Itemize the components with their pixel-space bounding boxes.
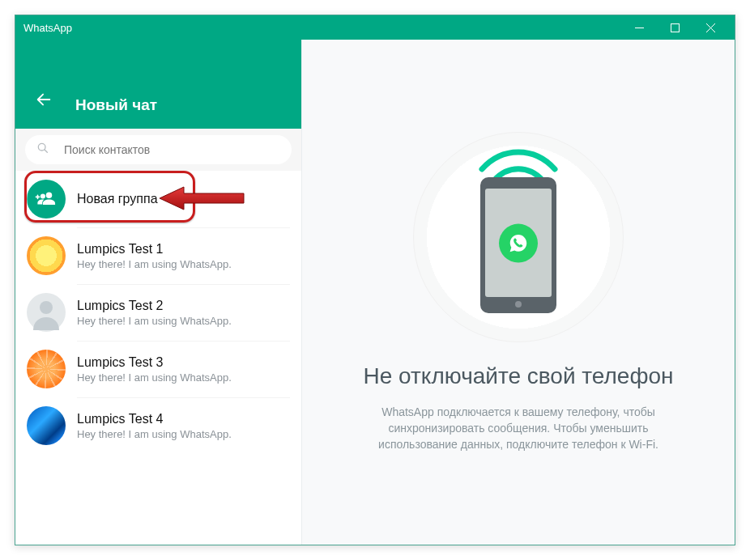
contact-status: Hey there! I am using WhatsApp. bbox=[77, 428, 290, 440]
contact-status: Hey there! I am using WhatsApp. bbox=[77, 371, 290, 384]
contact-item[interactable]: Lumpics Test 3 Hey there! I am using Wha… bbox=[15, 341, 301, 397]
search-field[interactable] bbox=[25, 135, 292, 164]
new-group-item[interactable]: Новая группа bbox=[15, 171, 301, 227]
svg-point-2 bbox=[46, 193, 52, 198]
contact-name: Lumpics Test 2 bbox=[77, 299, 290, 313]
window-controls bbox=[621, 15, 728, 40]
welcome-description: WhatsApp подключается к вашему телефону,… bbox=[348, 404, 688, 453]
back-icon[interactable] bbox=[35, 91, 53, 114]
welcome-heading: Не отключайте свой телефон bbox=[364, 363, 674, 389]
minimize-button[interactable] bbox=[621, 15, 657, 40]
close-button[interactable] bbox=[692, 15, 728, 40]
avatar bbox=[27, 350, 66, 388]
search-container bbox=[15, 129, 301, 171]
maximize-button[interactable] bbox=[657, 15, 692, 40]
group-icon bbox=[27, 180, 66, 218]
search-input[interactable] bbox=[64, 143, 280, 156]
contact-name: Lumpics Test 1 bbox=[77, 242, 290, 257]
new-group-label: Новая группа bbox=[77, 192, 290, 206]
left-panel: Новый чат Новая группа bbox=[15, 40, 302, 545]
welcome-panel: Не отключайте свой телефон WhatsApp подк… bbox=[302, 40, 735, 545]
avatar bbox=[27, 293, 66, 332]
whatsapp-logo-icon bbox=[499, 224, 538, 263]
svg-point-3 bbox=[40, 193, 45, 198]
svg-point-4 bbox=[40, 301, 53, 314]
illustration bbox=[413, 132, 624, 342]
contact-list: Новая группа Lumpics Test 1 Hey there! I… bbox=[15, 171, 301, 545]
contact-status: Hey there! I am using WhatsApp. bbox=[77, 315, 290, 327]
contact-status: Hey there! I am using WhatsApp. bbox=[77, 258, 290, 270]
contact-item[interactable]: Lumpics Test 4 Hey there! I am using Wha… bbox=[15, 397, 301, 454]
contact-item[interactable]: Lumpics Test 2 Hey there! I am using Wha… bbox=[15, 284, 301, 341]
avatar bbox=[27, 236, 66, 275]
titlebar: WhatsApp bbox=[15, 15, 735, 40]
window-title: WhatsApp bbox=[23, 22, 621, 34]
contact-item[interactable]: Lumpics Test 1 Hey there! I am using Wha… bbox=[15, 227, 301, 284]
search-icon bbox=[36, 142, 49, 158]
contact-name: Lumpics Test 3 bbox=[77, 355, 290, 370]
panel-title: Новый чат bbox=[75, 96, 157, 114]
app-window: WhatsApp Новый чат bbox=[15, 15, 735, 545]
avatar bbox=[27, 406, 66, 445]
svg-rect-0 bbox=[671, 23, 679, 32]
panel-header: Новый чат bbox=[15, 40, 301, 129]
contact-name: Lumpics Test 4 bbox=[77, 412, 290, 426]
